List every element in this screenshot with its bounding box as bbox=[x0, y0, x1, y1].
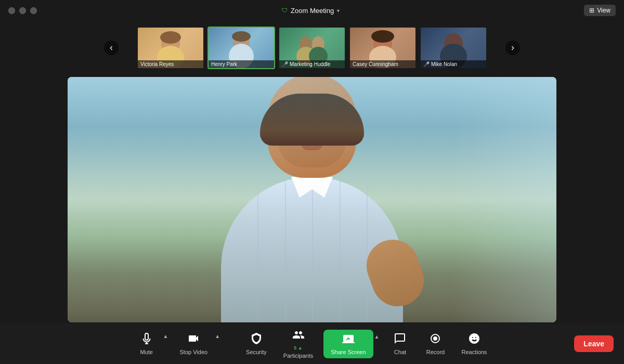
thumbnail-casey-label: Casey Cunningham bbox=[350, 60, 415, 68]
share-screen-label: Share Screen bbox=[331, 349, 366, 355]
thumbnail-mike-label: 🎤Mike Nolan bbox=[421, 60, 486, 68]
thumbnail-mike[interactable]: 🎤Mike Nolan bbox=[420, 27, 487, 69]
view-button[interactable]: ⊞ View bbox=[584, 5, 616, 16]
toolbar: Mute ▲ Stop Video ▲ Security 5 ▲ Partici… bbox=[0, 323, 624, 364]
participants-count: 5 ▲ bbox=[294, 345, 302, 350]
thumbnail-henry[interactable]: Henry Park bbox=[207, 27, 275, 69]
svg-point-16 bbox=[433, 336, 437, 341]
chat-label: Chat bbox=[394, 349, 406, 355]
mute-label: Mute bbox=[140, 349, 152, 355]
traffic-light-maximize[interactable] bbox=[30, 7, 37, 14]
thumbnail-victoria-label: Victoria Reyes bbox=[138, 60, 203, 68]
title-chevron-icon: ▾ bbox=[337, 8, 340, 14]
record-label: Record bbox=[426, 349, 445, 355]
stop-video-label: Stop Video bbox=[180, 349, 208, 355]
shirt-stripe-5 bbox=[367, 177, 368, 322]
video-chevron-button[interactable]: ▲ bbox=[214, 333, 221, 339]
shirt-stripe-1 bbox=[257, 177, 258, 322]
reactions-label: Reactions bbox=[461, 349, 487, 355]
shirt-stripe-2 bbox=[285, 177, 286, 322]
share-screen-button[interactable]: Share Screen bbox=[323, 330, 373, 358]
share-screen-group: Share Screen ▲ bbox=[323, 330, 380, 358]
video-icon bbox=[187, 332, 200, 347]
main-speaker-figure bbox=[187, 77, 437, 322]
record-button[interactable]: Record bbox=[420, 329, 451, 358]
security-button[interactable]: Security bbox=[240, 329, 273, 358]
stop-video-button[interactable]: Stop Video bbox=[174, 329, 214, 358]
reactions-button[interactable]: Reactions bbox=[455, 329, 493, 358]
thumbnail-victoria[interactable]: Victoria Reyes bbox=[137, 27, 204, 69]
svg-point-4 bbox=[232, 31, 251, 42]
thumbnails-prev-button[interactable]: ‹ bbox=[104, 41, 119, 55]
meeting-title-text: Zoom Meeting bbox=[291, 7, 334, 15]
mute-group: Mute ▲ bbox=[131, 329, 170, 358]
top-bar: 🛡 Zoom Meeting ▾ ⊞ View bbox=[0, 0, 624, 21]
view-icon: ⊞ bbox=[589, 7, 594, 14]
participants-icon bbox=[292, 329, 305, 343]
participants-button[interactable]: 5 ▲ Participants bbox=[277, 326, 319, 362]
stop-video-group: Stop Video ▲ bbox=[174, 329, 222, 358]
mute-chevron-button[interactable]: ▲ bbox=[162, 333, 170, 339]
svg-point-1 bbox=[160, 31, 181, 44]
security-icon bbox=[250, 332, 263, 347]
participants-label: Participants bbox=[283, 353, 313, 359]
thumbnails-strip: ‹ Victoria Reyes bbox=[0, 23, 624, 72]
shirt-stripe-3 bbox=[312, 177, 313, 322]
record-icon bbox=[429, 332, 441, 347]
reactions-icon bbox=[468, 332, 480, 347]
traffic-light-minimize[interactable] bbox=[19, 7, 26, 14]
main-video bbox=[68, 77, 556, 322]
mute-icon bbox=[140, 332, 153, 347]
thumbnails-container: Victoria Reyes Henry Park bbox=[137, 27, 487, 69]
leave-button[interactable]: Leave bbox=[574, 335, 614, 352]
traffic-lights bbox=[8, 7, 37, 14]
traffic-light-close[interactable] bbox=[8, 7, 15, 14]
thumbnail-casey[interactable]: Casey Cunningham bbox=[349, 27, 417, 69]
participants-group: 5 ▲ Participants bbox=[277, 326, 319, 362]
svg-point-11 bbox=[371, 30, 394, 43]
thumbnail-marketing[interactable]: 🎤Marketing Huddle bbox=[278, 27, 346, 69]
thumbnail-marketing-label: 🎤Marketing Huddle bbox=[279, 60, 345, 68]
shield-icon: 🛡 bbox=[281, 7, 288, 14]
shirt-stripe-4 bbox=[340, 177, 341, 322]
meeting-title[interactable]: 🛡 Zoom Meeting ▾ bbox=[281, 7, 340, 15]
chat-icon bbox=[394, 332, 406, 347]
view-button-label: View bbox=[597, 7, 610, 14]
chat-button[interactable]: Chat bbox=[384, 329, 415, 358]
mute-button[interactable]: Mute bbox=[131, 329, 162, 358]
thumbnails-next-button[interactable]: › bbox=[505, 41, 520, 55]
person-hair bbox=[260, 94, 364, 146]
thumbnail-henry-label: Henry Park bbox=[209, 60, 274, 68]
share-screen-chevron-button[interactable]: ▲ bbox=[373, 334, 381, 340]
share-screen-icon bbox=[342, 333, 355, 347]
security-label: Security bbox=[246, 349, 267, 355]
